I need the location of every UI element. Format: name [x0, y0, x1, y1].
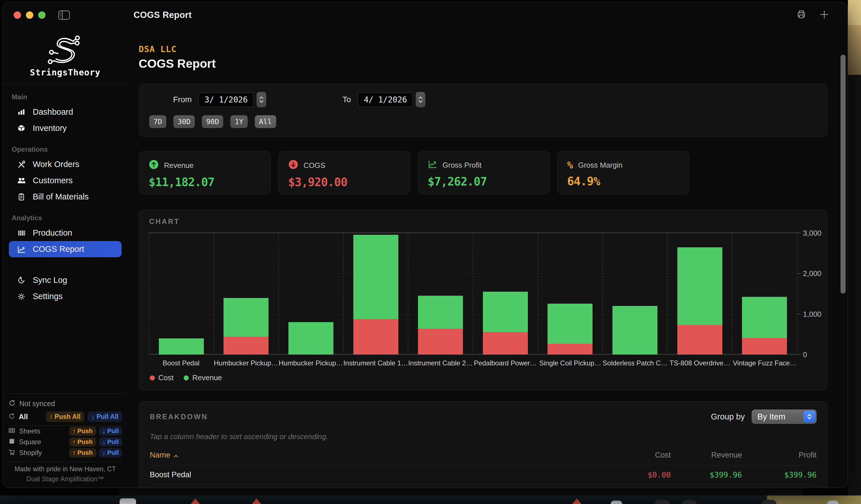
chart-card: CHART 01,0002,0003,000 Boost PedalHumbuc… — [139, 210, 828, 390]
metric-gross-profit: Gross Profit $7,262.07 — [418, 151, 550, 194]
push-all-button[interactable]: ↑ Push All — [46, 411, 84, 422]
cost-segment — [223, 337, 269, 354]
chart-plot — [149, 233, 797, 354]
dock-icon[interactable] — [120, 498, 136, 504]
column-header-profit[interactable]: Profit — [742, 451, 817, 460]
y-tick-label: 3,000 — [803, 229, 821, 238]
preset-7d-button[interactable]: 7D — [149, 115, 166, 128]
preset-1y-button[interactable]: 1Y — [230, 115, 247, 128]
push-square-button[interactable]: ↑ Push — [69, 437, 96, 447]
tools-icon — [17, 160, 26, 169]
cost-segment — [353, 319, 398, 354]
close-button[interactable] — [14, 11, 21, 19]
preset-30d-button[interactable]: 30D — [174, 115, 195, 128]
dock-icon[interactable] — [252, 498, 261, 504]
sync-service-square: Square ↑ Push ↓ Pull — [8, 436, 122, 447]
minimize-button[interactable] — [26, 11, 33, 19]
to-label: To — [342, 95, 351, 104]
stacked-bar — [547, 304, 592, 354]
add-icon[interactable] — [819, 10, 830, 21]
dock-icon[interactable] — [655, 500, 670, 504]
section-label-operations: Operations — [12, 145, 127, 153]
push-shopify-button[interactable]: ↑ Push — [69, 448, 96, 457]
dock-icon[interactable] — [827, 501, 838, 504]
dock[interactable] — [0, 495, 861, 504]
sidebar-item-settings[interactable]: Settings — [9, 288, 122, 305]
push-sheets-button[interactable]: ↑ Push — [69, 426, 96, 436]
pull-square-button[interactable]: ↓ Pull — [99, 437, 122, 447]
pull-all-button[interactable]: ↓ Pull All — [88, 411, 122, 422]
chart-legend: CostRevenue — [150, 373, 828, 382]
metric-gross-margin: % Gross Margin 64.9% — [557, 151, 689, 194]
box-icon — [17, 124, 26, 132]
titlebar: COGS Report — [3, 3, 848, 28]
sidebar-item-inventory[interactable]: Inventory — [9, 120, 122, 136]
sidebar-item-customers[interactable]: Customers — [9, 172, 122, 189]
x-axis-label: TS-808 Overdrive… — [667, 359, 732, 367]
trend-up-circle-icon — [149, 159, 159, 172]
y-tick — [797, 354, 801, 355]
cogs-value: $3,920.00 — [288, 176, 400, 189]
to-date-input[interactable]: 4/ 1/2026 — [358, 93, 413, 107]
dock-icon[interactable] — [611, 501, 622, 504]
sidebar-item-production[interactable]: Production — [9, 225, 122, 241]
to-date-stepper[interactable] — [416, 92, 425, 107]
chart-bar-slot — [473, 233, 537, 354]
y-tick-label: 2,000 — [803, 269, 821, 278]
sidebar-item-cogs-report[interactable]: COGS Report — [9, 241, 122, 257]
vertical-scrollbar[interactable] — [840, 55, 846, 294]
dock-icon[interactable] — [191, 498, 200, 504]
app-logo: StringsTheory — [3, 34, 127, 78]
gross-profit-value: $7,262.07 — [428, 175, 540, 188]
y-tick — [797, 314, 801, 314]
brand-name: StringsTheory — [3, 68, 127, 78]
chart-section-label: CHART — [149, 218, 828, 226]
chart-x-axis: Boost PedalHumbucker Pickup…Humbucker Pi… — [139, 359, 828, 367]
desktop: COGS Report — [0, 0, 861, 504]
dock-icon[interactable] — [682, 500, 697, 504]
dock-icon[interactable] — [762, 500, 776, 504]
percent-icon: % — [567, 159, 573, 171]
history-icon — [17, 276, 26, 284]
sidebar-toggle-icon[interactable] — [58, 10, 70, 20]
sidebar-item-dashboard[interactable]: Dashboard — [9, 104, 122, 120]
revenue-segment — [288, 322, 333, 354]
gross-margin-value: 64.9% — [567, 175, 679, 188]
preset-90d-button[interactable]: 90D — [202, 115, 223, 128]
from-date-input[interactable]: 3/ 1/2026 — [199, 93, 254, 107]
chart-y-axis: 01,0002,0003,000 — [797, 233, 828, 354]
preset-all-button[interactable]: All — [255, 115, 276, 128]
sidebar-item-bill-of-materials[interactable]: Bill of Materials — [9, 189, 122, 205]
chart-bar-slot — [602, 233, 667, 354]
y-tick-label: 0 — [803, 350, 807, 359]
sidebar-item-work-orders[interactable]: Work Orders — [9, 156, 122, 172]
cart-icon — [8, 448, 15, 457]
pull-shopify-button[interactable]: ↓ Pull — [99, 448, 122, 457]
pull-sheets-button[interactable]: ↓ Pull — [99, 426, 122, 436]
bar-chart-icon — [17, 108, 26, 116]
revenue-segment — [547, 304, 592, 344]
column-header-name[interactable]: Name — [150, 451, 600, 460]
revenue-segment — [418, 296, 463, 329]
dock-icon[interactable] — [572, 498, 582, 504]
print-icon[interactable] — [796, 10, 807, 21]
stacked-bar — [288, 322, 333, 354]
column-header-cost[interactable]: Cost — [600, 451, 671, 460]
sidebar-item-sync-log[interactable]: Sync Log — [9, 272, 122, 288]
stacked-bar — [159, 338, 204, 354]
square-icon — [8, 438, 15, 447]
row-profit: $399.96 — [742, 471, 817, 479]
revenue-segment — [159, 338, 204, 354]
group-by-select[interactable]: By Item — [752, 409, 817, 424]
column-header-revenue[interactable]: Revenue — [671, 451, 742, 460]
sync-service-sheets: Sheets ↑ Push ↓ Pull — [8, 426, 122, 436]
row-revenue: $399.96 — [671, 471, 742, 479]
from-date-stepper[interactable] — [257, 92, 266, 107]
main-content: DSA LLC COGS Report From 3/ 1/2026 To — [127, 28, 848, 488]
table-row: Boost Pedal $0.00 $399.96 $399.96 — [150, 465, 817, 484]
zoom-button[interactable] — [38, 11, 45, 19]
gear-icon — [17, 292, 26, 301]
sync-status: Not synced — [8, 397, 122, 410]
x-axis-label: Single Coil Pickup… — [538, 359, 603, 367]
breakdown-card: BREAKDOWN Group by By Item Tap a column … — [139, 401, 828, 488]
